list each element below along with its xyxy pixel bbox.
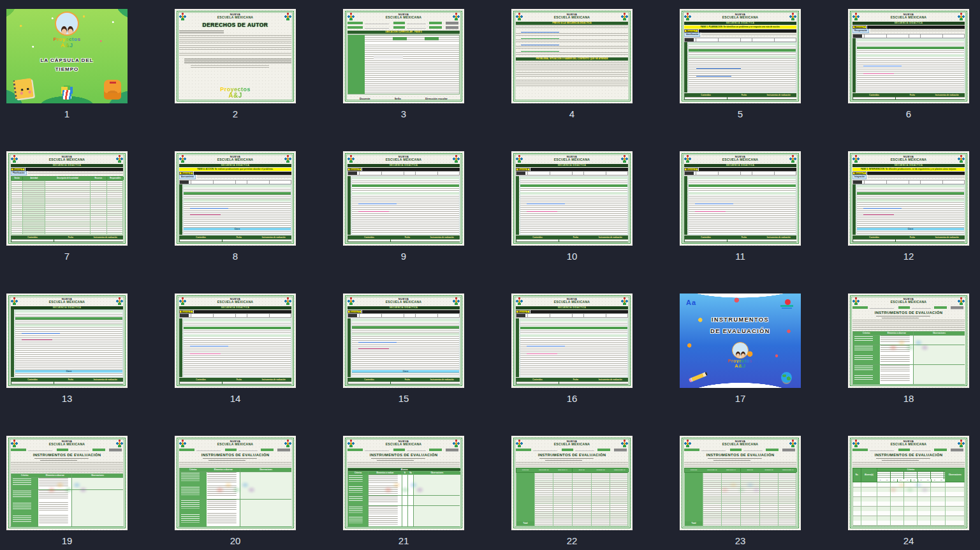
observations-cell[interactable] [914,336,965,345]
session-tabs[interactable] [852,180,965,184]
no-cell[interactable] [408,496,414,506]
aa-letters: Aa [686,299,696,306]
slide-thumbnail-6[interactable]: NUEVAESCUELA MEXICANA SECUENCIA DIDÁCTIC… [848,9,969,103]
slide-thumbnail-18[interactable]: NUEVAESCUELA MEXICANA INSTRUMENTOS DE EV… [848,294,969,388]
form-fields-row[interactable] [347,26,460,29]
header-line2: ESCUELA MEXICANA [217,158,254,162]
observations-cell[interactable] [240,472,291,486]
si-cell[interactable] [402,496,408,506]
no-cell[interactable] [408,485,414,495]
slide-thumbnail-14[interactable]: NUEVAESCUELA MEXICANA SECUENCIA DIDÁCTIC… [175,294,296,388]
observations-cell[interactable] [914,355,965,364]
slide-thumbnail-19[interactable]: NUEVAESCUELA MEXICANA INSTRUMENTOS DE EV… [6,436,128,530]
footer-cell [223,239,256,242]
form-fields-row[interactable] [11,449,123,452]
observations-cell[interactable] [240,486,291,499]
slide-thumbnail-21[interactable]: NUEVAESCUELA MEXICANA INSTRUMENTOS DE EV… [343,436,464,530]
session-tabs[interactable] [684,38,796,42]
slide-thumbnail-20[interactable]: NUEVAESCUELA MEXICANA INSTRUMENTOS DE EV… [175,436,296,530]
slide-thumbnail-7[interactable]: NUEVAESCUELA MEXICANA SECUENCIA DIDÁCTIC… [6,151,128,246]
descripcion-bar [699,168,796,171]
criteria-label-cell [180,472,207,486]
no-cell[interactable] [408,506,414,516]
momento-row: Momento 5 [347,310,460,313]
footer-col: Contenidos [11,236,54,239]
observations-cell[interactable] [72,490,123,502]
form-fields-row[interactable] [852,449,965,452]
footer-col: Instrumentos de evaluación [424,236,460,239]
observations-cell[interactable] [414,496,460,506]
text-lines [516,33,628,36]
observations-cell[interactable] [414,506,460,516]
col-recursos: Recursos [90,177,106,180]
school-logo-icon [453,155,460,163]
footer-table: ContenidosFechaInstrumentos de evaluació… [516,378,628,385]
slide-thumbnail-5[interactable]: NUEVAESCUELA MEXICANA SECUENCIA DIDÁCTIC… [680,9,801,103]
slide-thumbnail-23[interactable]: NUEVAESCUELA MEXICANA INSTRUMENTOS DE EV… [680,436,801,530]
momento-row: Momento 1 [684,29,796,33]
session-tabs[interactable] [347,313,460,318]
no-cell[interactable] [408,475,414,485]
text-lines [179,462,291,466]
elements-cell [369,485,402,495]
activity-text: Cierre [351,318,460,377]
form-fields-row[interactable] [684,449,796,452]
slide-thumbnail-2[interactable]: NUEVAESCUELA MEXICANA DERECHOS DE AUTOR … [175,9,296,103]
form-fields-row[interactable] [347,449,460,452]
observations-cell[interactable] [240,513,291,526]
si-cell[interactable] [402,475,408,485]
session-tabs[interactable] [684,171,796,175]
col-sesion: Sesión [11,177,22,180]
slide-thumbnail-15[interactable]: NUEVAESCUELA MEXICANA SECUENCIA DIDÁCTIC… [343,294,464,388]
slide-thumbnail-8[interactable]: NUEVAESCUELA MEXICANA SECUENCIA DIDÁCTIC… [175,151,296,246]
momento-row: Momento 5 [852,172,965,175]
slide-thumbnail-11[interactable]: NUEVAESCUELA MEXICANA SECUENCIA DIDÁCTIC… [680,151,801,246]
slide-thumbnail-12[interactable]: NUEVAESCUELA MEXICANA SECUENCIA DIDÁCTIC… [848,151,969,246]
si-cell[interactable] [402,516,408,526]
observations-cell[interactable] [414,516,460,526]
observations-cell[interactable] [414,475,460,485]
slide-thumbnail-16[interactable]: NUEVAESCUELA MEXICANA SECUENCIA DIDÁCTIC… [511,294,633,388]
link-text [521,45,559,45]
slide-thumbnail-24[interactable]: NUEVAESCUELA MEXICANA INSTRUMENTOS DE EV… [848,436,969,530]
slide-thumbnail-17[interactable]: Aa INSTRUMENTOS DE EVALUACIÓN Proyectos … [680,294,801,388]
observations-cell[interactable] [914,375,965,384]
observations-cell[interactable] [914,365,965,375]
apple-icon [785,299,791,305]
page-number: 4 [569,109,574,119]
slide-thumbnail-1[interactable]: Proyectos A&J LA CÁPSULA DEL TIEMPO [6,9,128,103]
observations-cell[interactable] [914,345,965,355]
slide-thumbnail-13[interactable]: NUEVAESCUELA MEXICANA SECUENCIA DIDÁCTIC… [6,294,128,388]
slide-thumbnail-9[interactable]: NUEVAESCUELA MEXICANA SECUENCIA DIDÁCTIC… [343,151,464,246]
session-tabs[interactable] [516,313,628,318]
descripcion-bar [362,168,460,171]
fase-banner: FASE 5. INTERVENCIÓN: Se difunden produc… [852,168,965,171]
slide-thumbnail-22[interactable]: NUEVAESCUELA MEXICANA INSTRUMENTOS DE EV… [511,436,633,530]
observations-cell[interactable] [240,500,291,513]
col-no: No. [853,468,861,482]
slide-cell: NUEVAESCUELA MEXICANA SECUENCIA DIDÁCTIC… [343,294,464,436]
group-checklist-body[interactable] [852,482,965,527]
observations-cell[interactable] [72,514,123,526]
brand-wordmark: Proyectos A&J [728,359,752,369]
session-tabs[interactable] [179,313,291,318]
footer-col: Fecha [54,236,87,239]
si-cell[interactable] [402,485,408,495]
observations-cell[interactable] [72,478,123,490]
observations-cell[interactable] [72,502,123,514]
page-number: 20 [230,536,241,546]
si-cell[interactable] [402,506,408,516]
slide-thumbnail-10[interactable]: NUEVAESCUELA MEXICANA SECUENCIA DIDÁCTIC… [511,151,633,246]
session-tabs[interactable] [347,171,460,175]
form-fields-row[interactable] [516,449,628,452]
no-cell[interactable] [408,516,414,526]
session-tabs[interactable] [516,171,628,175]
slide-thumbnail-3[interactable]: NUEVAESCUELA MEXICANA UBICACIÓN CURRICUL… [343,9,464,103]
session-tabs[interactable] [852,34,965,38]
slide-thumbnail-4[interactable]: NUEVAESCUELA MEXICANA PREVIO A LA SECUEN… [511,9,633,103]
form-fields-row[interactable] [347,22,460,25]
session-tabs[interactable] [179,180,291,184]
form-fields-row[interactable] [179,449,291,452]
form-fields-row[interactable] [852,306,965,309]
observations-cell[interactable] [414,485,460,495]
